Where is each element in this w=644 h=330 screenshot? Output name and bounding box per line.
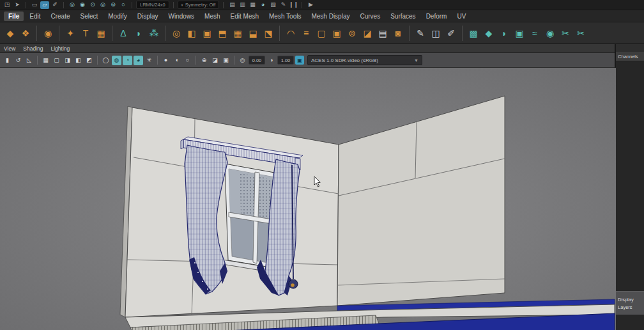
make-live-icon[interactable]: ○ bbox=[119, 1, 128, 9]
menu-set-icon[interactable]: ◳ bbox=[3, 1, 12, 9]
menu-item[interactable]: Select bbox=[75, 12, 102, 21]
panel-menu-item[interactable]: Lighting bbox=[50, 45, 70, 52]
channel-box-header[interactable]: Channels bbox=[616, 52, 644, 61]
wireframe-on-shaded-icon[interactable]: ○ bbox=[183, 56, 192, 65]
play-icon[interactable]: ▶ bbox=[306, 1, 315, 9]
hypershade-icon[interactable]: ✎ bbox=[279, 1, 288, 9]
status-field[interactable]: LRMN/24x0 bbox=[136, 1, 169, 9]
snap-to-point-icon[interactable]: ⊙ bbox=[88, 1, 97, 9]
smooth-mesh-icon[interactable]: ◉ bbox=[543, 26, 557, 41]
menu-item[interactable]: Curves bbox=[355, 12, 385, 21]
connect-tool-icon[interactable]: ▣ bbox=[512, 26, 526, 41]
color-management-toggle[interactable]: ▣ bbox=[295, 56, 304, 65]
menu-item[interactable]: Modify bbox=[103, 12, 131, 21]
scatter-icon[interactable]: ⁂ bbox=[147, 26, 161, 41]
bevel-icon[interactable]: ⬓ bbox=[246, 26, 260, 41]
split-mesh-icon[interactable]: ✂ bbox=[574, 26, 588, 41]
menu-item[interactable]: Display bbox=[133, 12, 163, 21]
select-camera-icon[interactable]: ▮ bbox=[3, 56, 12, 65]
wire-cube-icon[interactable]: ▢ bbox=[314, 26, 328, 41]
pencil-edit-icon[interactable]: ✐ bbox=[444, 26, 458, 41]
exposure-icon[interactable]: ◎ bbox=[238, 56, 247, 65]
screen-space-ao-icon[interactable]: ⊕ bbox=[199, 56, 209, 65]
shaded-mode-icon[interactable]: ◍ bbox=[112, 56, 121, 65]
layer-list[interactable] bbox=[616, 315, 644, 330]
paint-select-icon[interactable]: ✐ bbox=[50, 1, 59, 9]
render-current-frame-icon[interactable]: ▥ bbox=[238, 1, 247, 9]
panel-menu-item[interactable]: View bbox=[4, 45, 15, 52]
flask-icon[interactable]: Δ bbox=[116, 26, 130, 41]
menu-item[interactable]: Edit bbox=[25, 12, 45, 21]
snap-to-curve-icon[interactable]: ◉ bbox=[78, 1, 87, 9]
motion-blur-icon[interactable]: ◪ bbox=[210, 56, 220, 65]
menu-item[interactable]: Create bbox=[46, 12, 74, 21]
knife-tool-icon[interactable]: ✎ bbox=[413, 26, 427, 41]
menu-item[interactable]: Mesh Display bbox=[307, 12, 354, 21]
grid-toggle-icon[interactable]: ▦ bbox=[41, 56, 50, 65]
sphere-arrow-icon[interactable]: ◗ bbox=[132, 26, 146, 41]
slide-edge-icon[interactable]: ≡ bbox=[299, 26, 313, 41]
torus-icon[interactable]: ◎ bbox=[169, 26, 183, 41]
open-render-view-icon[interactable]: ▤ bbox=[227, 1, 236, 9]
frame-selection-icon[interactable]: ◺ bbox=[24, 56, 34, 65]
quad-draw-icon[interactable]: ▩ bbox=[466, 26, 480, 41]
panel-menu-item[interactable]: Shading bbox=[23, 45, 43, 52]
xray-mode-icon[interactable]: ◖ bbox=[172, 56, 181, 65]
gate-mask-icon[interactable]: ◧ bbox=[73, 56, 83, 65]
pause-icon[interactable]: ❙❙ bbox=[289, 1, 298, 9]
channel-box-body[interactable] bbox=[616, 61, 644, 291]
wireframe-mode-icon[interactable]: ◯ bbox=[101, 56, 111, 65]
combine-icon[interactable]: ▦ bbox=[231, 26, 245, 41]
shadows-toggle-icon[interactable]: ✳ bbox=[144, 56, 154, 65]
lasso-select-icon[interactable]: ▱ bbox=[40, 1, 49, 9]
curve-diamond-icon[interactable]: ◆ bbox=[3, 26, 17, 41]
cube-detail-icon[interactable]: ▣ bbox=[330, 26, 344, 41]
menu-item[interactable]: Mesh bbox=[200, 12, 224, 21]
menu-item[interactable]: Surfaces bbox=[386, 12, 420, 21]
menu-item[interactable]: Edit Mesh bbox=[226, 12, 263, 21]
gamma-icon[interactable]: ◑ bbox=[266, 56, 276, 65]
plane-icon[interactable]: ◧ bbox=[185, 26, 199, 41]
torus-front-icon[interactable]: ⊚ bbox=[345, 26, 359, 41]
menu-item[interactable]: UV bbox=[452, 12, 470, 21]
menu-item[interactable]: Windows bbox=[164, 12, 199, 21]
layer-editor-menu[interactable]: Layers bbox=[618, 304, 642, 310]
type-numeric-icon[interactable]: ▦ bbox=[94, 26, 108, 41]
cluster-icon[interactable]: ❖ bbox=[19, 26, 33, 41]
ipr-render-icon[interactable]: ▦ bbox=[248, 1, 257, 9]
render-online-icon[interactable]: ◕ bbox=[258, 1, 267, 9]
viewport-3d[interactable] bbox=[0, 68, 615, 330]
boolean-icon[interactable]: ⬒ bbox=[215, 26, 229, 41]
gamma-field[interactable]: 1.00 bbox=[277, 56, 294, 65]
target-weld-icon[interactable]: ◗ bbox=[497, 26, 511, 41]
layer-editor-tab[interactable]: Display bbox=[618, 297, 642, 302]
undo-view-icon[interactable]: ↺ bbox=[13, 56, 23, 65]
select-by-hierarchy-icon[interactable]: ▭ bbox=[30, 1, 39, 9]
lights-mode-icon[interactable]: ◕ bbox=[134, 56, 143, 65]
star-primitive-icon[interactable]: ✦ bbox=[63, 26, 77, 41]
paint-bucket-icon[interactable]: ◙ bbox=[391, 26, 405, 41]
extrude-icon[interactable]: ⬔ bbox=[261, 26, 275, 41]
fold-plane-icon[interactable]: ◪ bbox=[360, 26, 374, 41]
snap-projected-center-icon[interactable]: ◎ bbox=[98, 1, 107, 9]
menu-item[interactable]: File bbox=[4, 12, 24, 21]
menu-item[interactable]: Deform bbox=[422, 12, 452, 21]
anti-aliasing-icon[interactable]: ▣ bbox=[221, 56, 231, 65]
cut-faces-icon[interactable]: ✂ bbox=[558, 26, 572, 41]
film-gate-icon[interactable]: ▢ bbox=[52, 56, 61, 65]
exposure-field[interactable]: 0.00 bbox=[249, 56, 265, 65]
render-settings-icon[interactable]: ▧ bbox=[268, 1, 277, 9]
field-chart-icon[interactable]: ◩ bbox=[84, 56, 94, 65]
view-transform-dropdown[interactable]: ACES 1.0 SDR-video (sRGB) ▼ bbox=[307, 55, 422, 65]
circle-tool-icon[interactable]: ◉ bbox=[41, 26, 55, 41]
image-frame-icon[interactable]: ▤ bbox=[376, 26, 390, 41]
snap-to-grid-icon[interactable]: ◎ bbox=[68, 1, 77, 9]
crease-tool-icon[interactable]: ≈ bbox=[528, 26, 542, 41]
snap-view-plane-icon[interactable]: ⊚ bbox=[109, 1, 118, 9]
cube-pair-icon[interactable]: ▣ bbox=[200, 26, 214, 41]
multi-cut-icon[interactable]: ◆ bbox=[482, 26, 496, 41]
uv-editor-icon[interactable]: ◫ bbox=[429, 26, 443, 41]
symmetry-dropdown[interactable]: ▾ Symmetry: Off bbox=[178, 1, 220, 9]
isolate-select-icon[interactable]: ● bbox=[161, 56, 171, 65]
bend-deformer-icon[interactable]: ◠ bbox=[284, 26, 298, 41]
